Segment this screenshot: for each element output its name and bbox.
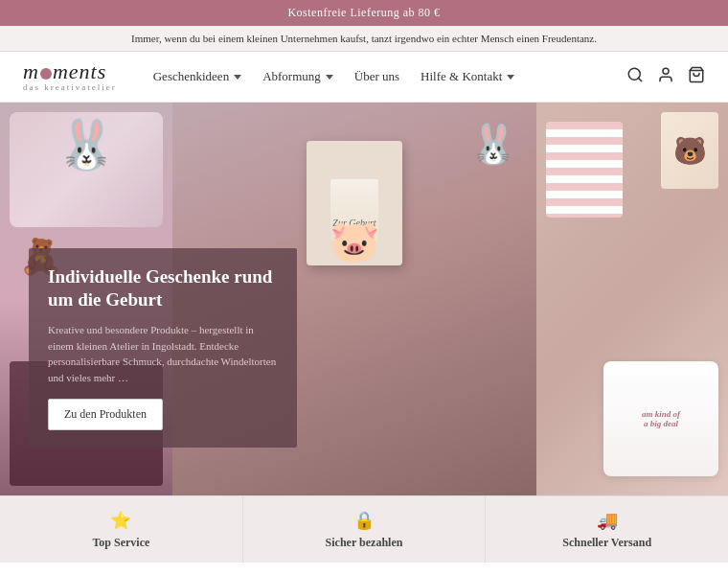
star-icon: ⭐ — [110, 510, 131, 531]
main-nav: Geschenkideen Abformung Über uns Hilfe &… — [146, 65, 626, 88]
cart-icon[interactable] — [688, 66, 705, 88]
chevron-down-icon — [234, 75, 241, 80]
hero-description: Kreative und besondere Produkte – herges… — [48, 322, 278, 385]
lock-icon: 🔒 — [353, 510, 375, 531]
feature-shipping: 🚚 Schneller Versand — [486, 496, 728, 563]
chevron-down-icon — [326, 75, 333, 80]
truck-icon: 🚚 — [597, 510, 618, 531]
account-icon[interactable] — [657, 66, 674, 88]
brand-tagline: das kreativatelier — [23, 82, 117, 92]
pink-bunny-toy: 🐰 — [469, 122, 517, 167]
shipping-label: Schneller Versand — [562, 536, 651, 550]
striped-item — [546, 122, 623, 218]
header: mments das kreativatelier Geschenkideen … — [0, 52, 728, 103]
search-icon[interactable] — [626, 66, 644, 88]
svg-point-2 — [663, 68, 669, 74]
nav-item-hilfe[interactable]: Hilfe & Kontakt — [413, 65, 522, 88]
svg-line-1 — [638, 78, 641, 80]
logo[interactable]: mments das kreativatelier — [23, 61, 117, 92]
pink-plush-icon: 🐷 — [330, 218, 379, 264]
animal-print-item: 🐻 — [661, 112, 718, 189]
hero-overlay: Individuelle Geschenke rund um die Gebur… — [29, 248, 297, 448]
chevron-down-icon — [507, 75, 514, 80]
payment-label: Sicher bezahlen — [326, 536, 403, 550]
hero-section: 🧸 🐰 Zur Geburt 🐷 am kind of a big deal 🐻 — [0, 103, 728, 495]
hero-title: Individuelle Geschenke rund um die Gebur… — [48, 265, 278, 312]
feature-bar: ⭐ Top Service 🔒 Sicher bezahlen 🚚 Schnel… — [0, 495, 728, 563]
shipping-banner: Kostenfreie Lieferung ab 80 € — [0, 0, 728, 26]
brand-name: mments — [23, 61, 117, 82]
header-icons — [626, 66, 705, 88]
message-banner: Immer, wenn du bei einem kleinen Unterne… — [0, 26, 728, 52]
nav-item-ueber-uns[interactable]: Über uns — [347, 65, 407, 88]
hero-background: 🧸 🐰 Zur Geburt 🐷 am kind of a big deal 🐻 — [0, 103, 728, 495]
onesie-item: am kind of a big deal — [603, 361, 718, 476]
feature-top-service: ⭐ Top Service — [0, 496, 243, 563]
feature-payment: 🔒 Sicher bezahlen — [243, 496, 487, 563]
top-service-label: Top Service — [92, 536, 149, 550]
nav-item-geschenkideen[interactable]: Geschenkideen — [146, 65, 249, 88]
hero-cta-button[interactable]: Zu den Produkten — [48, 399, 163, 430]
hero-panel-right: am kind of a big deal 🐻 — [536, 103, 728, 495]
nav-item-abformung[interactable]: Abformung — [255, 65, 341, 88]
